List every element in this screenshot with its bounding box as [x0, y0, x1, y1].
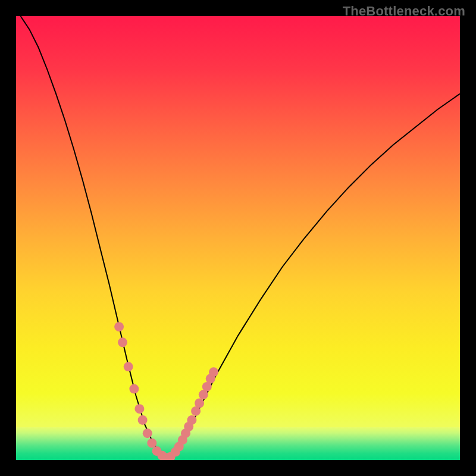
- curve-marker: [138, 415, 148, 425]
- curve-markers: [114, 322, 218, 460]
- watermark-text: TheBottleneck.com: [343, 4, 465, 19]
- curve-marker: [124, 362, 133, 371]
- plot-area: [16, 16, 460, 460]
- curve-marker: [129, 384, 139, 394]
- curve-marker: [114, 322, 124, 331]
- curve-marker: [143, 428, 152, 438]
- curve-marker: [134, 404, 144, 414]
- bottleneck-curve: [21, 16, 461, 458]
- curve-overlay: [16, 16, 460, 460]
- chart-frame: TheBottleneck.com: [0, 0, 476, 476]
- curve-marker: [147, 439, 156, 448]
- curve-marker: [195, 399, 204, 408]
- curve-marker: [209, 367, 218, 377]
- curve-marker: [187, 415, 196, 425]
- curve-marker: [118, 337, 127, 347]
